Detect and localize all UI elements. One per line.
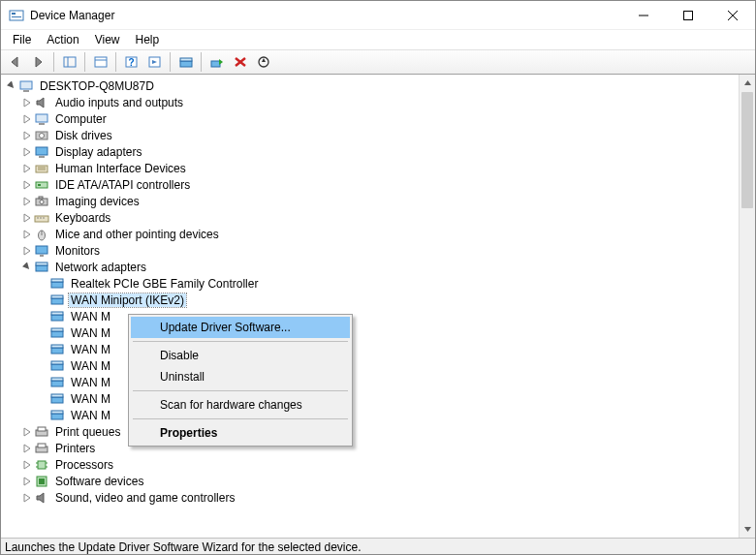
tree-category-mice[interactable]: Mice and other pointing devices [5,226,739,242]
tree-category-keyboards[interactable]: Keyboards [5,209,739,226]
scroll-up-icon[interactable] [740,75,755,91]
close-button[interactable] [710,1,755,30]
svg-rect-74 [51,364,63,370]
svg-marker-8 [36,57,42,67]
scrollbar-thumb[interactable] [741,92,753,208]
tree-category-disk[interactable]: Disk drives [5,127,739,143]
collapse-icon[interactable] [5,79,18,93]
tree-device-wan[interactable]: WAN M [5,341,739,357]
expand-icon[interactable] [20,145,34,159]
vertical-scrollbar[interactable] [739,75,755,538]
tree-category-imaging[interactable]: Imaging devices [5,193,739,209]
menu-help[interactable]: Help [128,31,168,48]
tree-category-computer[interactable]: Computer [5,110,739,127]
device-tree[interactable]: DESKTOP-Q8MU87D Audio inputs and outputs… [1,75,739,538]
collapse-icon[interactable] [20,261,34,274]
uninstall-button[interactable] [229,51,251,73]
tree-device-wan[interactable]: WAN M [5,357,739,374]
tree-device-wan[interactable]: WAN M [5,374,739,390]
svg-rect-84 [38,427,46,431]
tree-category-software[interactable]: Software devices [5,473,739,489]
tree-device-wan[interactable]: WAN M [5,324,739,341]
tree-category-sound[interactable]: Sound, video and game controllers [5,489,739,506]
tree-category-printers[interactable]: Printers [5,440,739,456]
toolbar: ? [1,49,755,75]
tree-category-printq[interactable]: Print queues [5,423,739,440]
ctx-scan[interactable]: Scan for hardware changes [131,394,350,416]
tree-device-wan[interactable]: WAN M [5,390,739,407]
camera-icon [34,194,49,209]
hid-icon [34,161,49,176]
svg-marker-98 [37,493,44,503]
update-driver-button[interactable] [174,51,197,73]
tree-category-ide[interactable]: IDE ATA/ATAPI controllers [5,176,739,193]
properties-button[interactable] [89,51,111,73]
tree-category-hid[interactable]: Human Interface Devices [5,160,739,176]
expand-icon[interactable] [20,491,34,505]
svg-rect-62 [36,265,47,271]
svg-rect-70 [51,331,63,337]
tree-device-wan[interactable]: WAN M [5,407,739,423]
action-button[interactable] [143,51,166,73]
svg-rect-75 [51,361,63,364]
scroll-down-icon[interactable] [740,521,755,538]
scan-hardware-button[interactable] [252,51,274,73]
tree-device-realtek[interactable]: Realtek PCIe GBE Family Controller [5,275,739,292]
enable-button[interactable] [205,51,228,73]
expand-icon[interactable] [20,425,34,439]
expand-icon[interactable] [20,129,34,142]
tree-device-wan[interactable]: WAN M [5,308,739,324]
expand-icon[interactable] [20,475,34,488]
show-hide-tree-button[interactable] [58,51,80,73]
expand-icon[interactable] [20,244,34,258]
svg-rect-44 [36,182,47,188]
svg-marker-50 [24,214,30,222]
ctx-properties[interactable]: Properties [131,422,350,444]
context-menu-separator [133,418,348,419]
network-adapter-icon [49,293,65,308]
svg-rect-45 [38,184,41,186]
back-button[interactable] [4,51,26,73]
expand-icon[interactable] [20,162,34,175]
tree-category-audio[interactable]: Audio inputs and outputs [5,94,739,110]
expand-icon[interactable] [20,442,34,455]
ctx-uninstall[interactable]: Uninstall [131,366,350,387]
tree-category-network[interactable]: Network adapters [5,259,739,275]
svg-marker-100 [744,527,751,532]
expand-icon[interactable] [20,96,34,109]
tree-root[interactable]: DESKTOP-Q8MU87D [5,77,739,94]
ctx-update-driver[interactable]: Update Driver Software... [131,317,350,338]
svg-rect-73 [51,345,63,348]
tree-category-monitors[interactable]: Monitors [5,242,739,259]
menu-action[interactable]: Action [39,31,86,48]
toolbar-separator [53,52,54,72]
expand-icon[interactable] [20,178,34,192]
expand-icon[interactable] [20,195,34,208]
svg-rect-67 [51,295,63,298]
maximize-button[interactable] [666,1,710,30]
menu-file[interactable]: File [5,31,39,48]
tree-category-display[interactable]: Display adapters [5,143,739,160]
tree-category-processors[interactable]: Processors [5,456,739,473]
menu-view[interactable]: View [87,31,128,48]
expand-icon[interactable] [20,211,34,225]
svg-marker-46 [24,198,30,205]
svg-marker-97 [24,494,30,502]
help-button[interactable]: ? [120,51,142,73]
minimize-button[interactable] [621,1,666,30]
network-adapter-icon [49,358,65,374]
tree-device-wan-ikev2[interactable]: WAN Miniport (IKEv2) [5,292,739,308]
svg-rect-11 [95,57,107,67]
svg-rect-65 [51,279,63,282]
svg-rect-63 [36,262,47,265]
svg-rect-26 [20,81,32,89]
svg-rect-51 [35,216,48,222]
expand-icon[interactable] [20,228,34,241]
expand-icon[interactable] [20,112,34,126]
svg-rect-64 [51,282,63,288]
ctx-disable[interactable]: Disable [131,345,350,366]
expand-icon[interactable] [20,458,34,472]
computer-icon [18,78,34,94]
forward-button[interactable] [27,51,49,73]
svg-rect-87 [38,444,46,447]
